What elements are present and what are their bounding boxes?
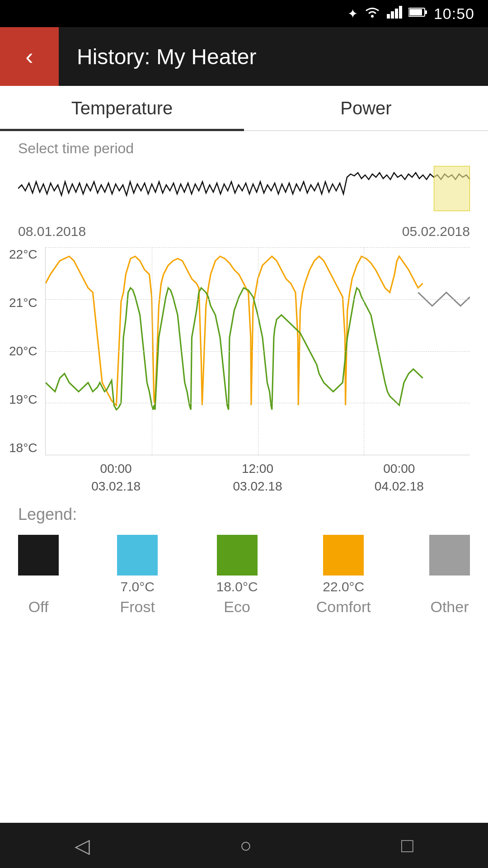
legend-color-frost xyxy=(117,535,158,576)
legend-color-off xyxy=(18,535,59,576)
svg-rect-2 xyxy=(391,11,394,19)
x-axis-labels: 00:00 03.02.18 12:00 03.02.18 00:00 04.0… xyxy=(9,455,470,495)
svg-rect-6 xyxy=(425,10,427,14)
svg-rect-3 xyxy=(395,9,398,19)
legend-item-frost: 7.0°C Frost xyxy=(117,535,158,616)
bluetooth-icon: ✦ xyxy=(347,6,358,21)
legend-item-off: Off xyxy=(18,535,59,616)
battery-icon xyxy=(408,6,427,21)
overview-selection[interactable] xyxy=(434,166,470,211)
main-chart-container: 22°C 21°C 20°C 19°C 18°C 00:00 03.02.18 xyxy=(0,243,488,496)
grid-v-2 xyxy=(364,247,364,455)
nav-back-button[interactable]: ◁ xyxy=(75,834,90,857)
legend-color-eco xyxy=(217,535,258,576)
time-label-1: 12:00 03.02.18 xyxy=(233,460,282,495)
time-label-2: 00:00 04.02.18 xyxy=(375,460,424,495)
tab-bar: Temperature Power xyxy=(0,86,488,131)
page-title: History: My Heater xyxy=(77,44,256,69)
overview-date-labels: 08.01.2018 05.02.2018 xyxy=(0,220,488,243)
time-period-selector[interactable]: Select time period xyxy=(0,131,488,161)
svg-point-0 xyxy=(371,15,374,18)
nav-recent-button[interactable]: □ xyxy=(401,834,413,857)
legend-item-other: Other xyxy=(429,535,470,616)
legend-items: Off 7.0°C Frost 18.0°C Eco 22.0°C Comfor… xyxy=(18,535,470,616)
legend-title: Legend: xyxy=(18,505,470,524)
legend-item-comfort: 22.0°C Comfort xyxy=(316,535,371,616)
legend-color-comfort xyxy=(323,535,364,576)
svg-rect-7 xyxy=(409,9,422,15)
legend-item-eco: 18.0°C Eco xyxy=(216,535,258,616)
overview-start-date: 08.01.2018 xyxy=(18,224,86,239)
status-time: 10:50 xyxy=(434,5,474,23)
tab-power[interactable]: Power xyxy=(244,86,488,130)
overview-chart[interactable] xyxy=(0,161,488,220)
grid-v-0 xyxy=(152,247,152,455)
back-button[interactable]: ‹ xyxy=(0,27,59,86)
time-label-0: 00:00 03.02.18 xyxy=(91,460,141,495)
overview-end-date: 05.02.2018 xyxy=(402,224,470,239)
header: ‹ History: My Heater xyxy=(0,27,488,86)
grid-v-1 xyxy=(258,247,258,455)
y-axis-labels: 22°C 21°C 20°C 19°C 18°C xyxy=(9,247,38,455)
status-bar: ✦ 10:50 xyxy=(0,0,488,27)
status-icons: ✦ 10:50 xyxy=(347,5,474,23)
wifi-icon xyxy=(364,6,380,22)
legend-section: Legend: Off 7.0°C Frost 18.0°C Eco 22.0°… xyxy=(0,496,488,625)
nav-home-button[interactable]: ○ xyxy=(239,834,252,857)
main-chart-area xyxy=(45,247,470,455)
signal-icon xyxy=(387,6,402,22)
overview-chart-area xyxy=(18,166,470,211)
bottom-nav: ◁ ○ □ xyxy=(0,823,488,868)
back-icon: ‹ xyxy=(25,43,33,70)
svg-rect-4 xyxy=(399,6,402,19)
legend-color-other xyxy=(429,535,470,576)
tab-temperature[interactable]: Temperature xyxy=(0,86,244,130)
svg-rect-1 xyxy=(387,14,390,19)
